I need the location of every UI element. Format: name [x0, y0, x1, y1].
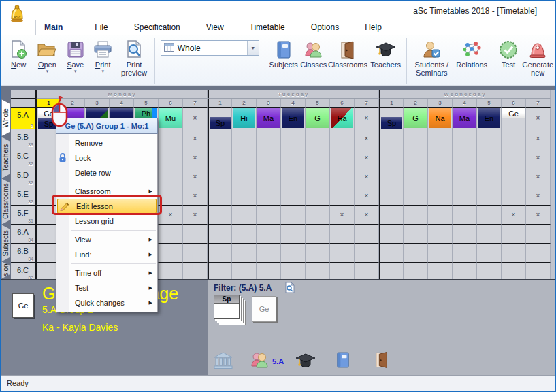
blocked-cell[interactable]: ×	[183, 186, 208, 206]
open-dropdown-caret[interactable]: ▼	[45, 69, 49, 74]
empty-cell[interactable]	[159, 263, 183, 279]
empty-cell[interactable]	[330, 167, 355, 186]
empty-cell[interactable]	[159, 148, 183, 167]
empty-cell[interactable]	[306, 225, 330, 244]
generate-new-button[interactable]: Generate new	[521, 37, 555, 85]
empty-cell[interactable]	[232, 167, 257, 186]
menu-item-help[interactable]: Help	[362, 20, 385, 35]
row-label-6.C[interactable]: 6.C32	[11, 263, 36, 279]
blocked-cell[interactable]: ×	[183, 108, 208, 129]
period-header[interactable]: 4	[453, 99, 477, 108]
period-header[interactable]: 3	[257, 99, 281, 108]
test-button[interactable]: Test	[496, 37, 521, 85]
empty-cell[interactable]	[526, 225, 551, 244]
print-dropdown-caret[interactable]: ▼	[101, 69, 105, 74]
menu-item-options[interactable]: Options	[308, 20, 342, 35]
empty-cell[interactable]	[355, 225, 379, 244]
new-button[interactable]: New	[4, 37, 33, 85]
empty-cell[interactable]	[477, 129, 502, 148]
context-menu-item-quick-changes[interactable]: Quick changes▶	[56, 295, 157, 310]
period-header[interactable]: 1	[379, 99, 404, 108]
empty-cell[interactable]	[477, 244, 502, 263]
empty-cell[interactable]	[428, 148, 453, 167]
empty-cell[interactable]	[257, 206, 281, 225]
empty-cell[interactable]	[281, 186, 306, 206]
blocked-cell[interactable]: ×	[355, 148, 379, 167]
empty-cell[interactable]	[281, 244, 306, 263]
empty-cell[interactable]	[257, 167, 281, 186]
unplaced-card[interactable]: Ge	[252, 296, 276, 322]
empty-cell[interactable]	[183, 225, 208, 244]
empty-cell[interactable]	[453, 244, 477, 263]
empty-cell[interactable]	[404, 167, 428, 186]
empty-cell[interactable]	[428, 263, 453, 279]
empty-cell[interactable]	[306, 263, 330, 279]
view-select-combo[interactable]: Whole ▼	[161, 40, 259, 56]
empty-cell[interactable]	[257, 129, 281, 148]
open-button[interactable]: Open ▼	[33, 37, 61, 85]
context-menu-item-test[interactable]: Test▶	[56, 280, 157, 295]
empty-cell[interactable]	[355, 244, 379, 263]
menu-item-file[interactable]: File	[92, 20, 110, 35]
row-label-5.F[interactable]: 5.F31	[11, 206, 36, 225]
sidebar-tab-teachers[interactable]: Teachers	[1, 137, 10, 178]
empty-cell[interactable]	[208, 148, 232, 167]
lesson-cell[interactable]: En	[477, 108, 502, 129]
empty-cell[interactable]	[453, 167, 477, 186]
empty-cell[interactable]	[232, 244, 257, 263]
class-people-icon[interactable]	[250, 350, 269, 372]
empty-cell[interactable]	[159, 167, 183, 186]
empty-cell[interactable]	[477, 206, 502, 225]
empty-cell[interactable]	[281, 263, 306, 279]
empty-cell[interactable]	[306, 206, 330, 225]
empty-cell[interactable]	[330, 225, 355, 244]
blocked-cell[interactable]: ×	[526, 206, 551, 225]
period-header[interactable]: 3	[85, 99, 110, 108]
empty-cell[interactable]	[428, 225, 453, 244]
empty-cell[interactable]	[453, 206, 477, 225]
empty-cell[interactable]	[477, 148, 502, 167]
empty-cell[interactable]	[281, 129, 306, 148]
blocked-cell[interactable]: ×	[355, 167, 379, 186]
empty-cell[interactable]	[404, 206, 428, 225]
empty-cell[interactable]	[404, 148, 428, 167]
menu-item-specification[interactable]: Specification	[131, 20, 183, 35]
empty-cell[interactable]	[379, 263, 404, 279]
lesson-cell[interactable]: Ma	[453, 108, 477, 129]
period-header[interactable]: 5	[477, 99, 502, 108]
empty-cell[interactable]	[208, 206, 232, 225]
empty-cell[interactable]	[379, 225, 404, 244]
relations-button[interactable]: Relations	[453, 37, 489, 85]
blocked-cell[interactable]: ×	[526, 108, 551, 129]
row-label-5.B[interactable]: 5.B33	[11, 129, 36, 148]
empty-cell[interactable]	[208, 167, 232, 186]
empty-cell[interactable]	[355, 263, 379, 279]
lesson-cell[interactable]: G	[306, 108, 330, 129]
context-menu-item-edit-lesson[interactable]: Edit lesson	[57, 199, 157, 214]
menu-item-main[interactable]: Main	[35, 20, 71, 35]
blocked-cell[interactable]: ×	[526, 129, 551, 148]
lesson-cell[interactable]: Sp	[208, 108, 232, 129]
empty-cell[interactable]	[232, 148, 257, 167]
empty-cell[interactable]	[477, 263, 502, 279]
empty-cell[interactable]	[257, 244, 281, 263]
context-menu-item-time-off[interactable]: Time off▶	[56, 265, 157, 280]
empty-cell[interactable]	[232, 186, 257, 206]
period-header[interactable]: 2	[404, 99, 428, 108]
empty-cell[interactable]	[208, 225, 232, 244]
row-label-6.A[interactable]: 6.A34	[11, 225, 36, 244]
blocked-cell[interactable]: ×	[355, 186, 379, 206]
blocked-cell[interactable]: ×	[183, 167, 208, 186]
empty-cell[interactable]	[306, 148, 330, 167]
empty-cell[interactable]	[306, 167, 330, 186]
empty-cell[interactable]	[502, 263, 526, 279]
empty-cell[interactable]	[379, 129, 404, 148]
empty-cell[interactable]	[477, 186, 502, 206]
context-menu-item-lock[interactable]: Lock	[56, 150, 157, 165]
blocked-cell[interactable]: ×	[159, 206, 183, 225]
empty-cell[interactable]	[404, 244, 428, 263]
empty-cell[interactable]	[159, 244, 183, 263]
blocked-cell[interactable]: ×	[355, 108, 379, 129]
context-menu-item-delete-row[interactable]: Delete row	[56, 165, 157, 180]
empty-cell[interactable]	[453, 225, 477, 244]
